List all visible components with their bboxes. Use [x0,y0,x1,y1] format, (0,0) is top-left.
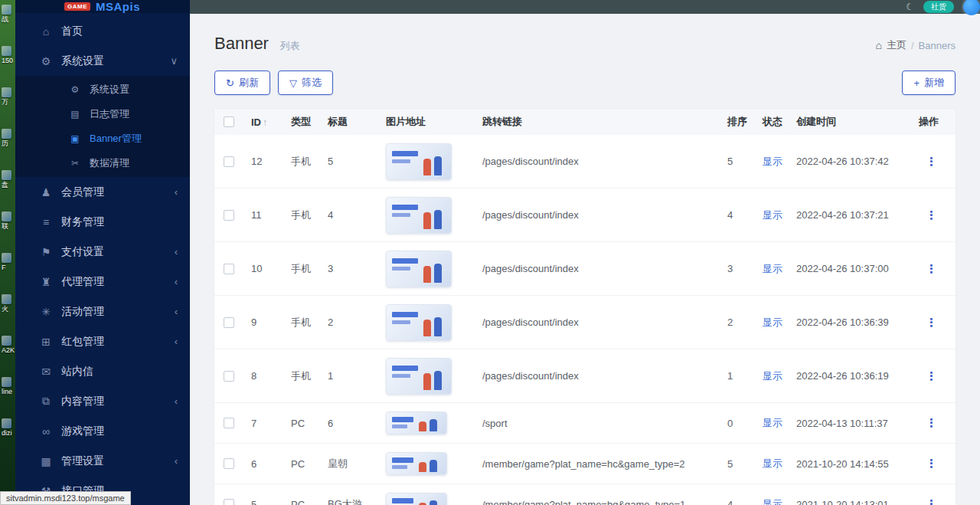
desktop-icon-label[interactable]: 历 [2,129,11,147]
sidebar-item[interactable]: ⚑支付设置‹ [15,237,190,267]
thumbnail-figure-blue [434,264,442,283]
sidebar-item[interactable]: ✳活动管理‹ [15,297,190,326]
cell-order: 4 [727,499,763,505]
sidebar-item[interactable]: ⚙系统设置∨ [15,46,190,76]
banner-thumbnail[interactable] [386,358,452,395]
cell-type: PC [291,458,328,470]
sidebar-subitem[interactable]: ▤日志管理 [15,102,190,126]
logo-badge: GAME [64,2,90,11]
thumbnail-figure-red [419,462,426,472]
row-actions-menu-icon[interactable]: ⋮ [926,457,937,470]
cell-type: 手机 [291,208,328,222]
banner-thumbnail[interactable] [386,197,452,234]
row-checkbox[interactable] [224,210,234,221]
row-actions-menu-icon[interactable]: ⋮ [926,155,937,168]
cell-status[interactable]: 显示 [763,155,796,169]
row-checkbox[interactable] [224,371,234,382]
cell-id: 10 [251,263,291,274]
desktop-icon-label[interactable]: 战 [2,5,11,23]
desktop-icon-label[interactable]: line [2,377,12,395]
plus-icon: + [913,78,920,88]
sidebar-item[interactable]: ▦管理设置‹ [15,446,190,476]
page-content: Banner 列表 ⌂ 主页 / Banners ↻ 刷新 [190,14,980,505]
row-checkbox[interactable] [224,418,234,428]
refresh-button[interactable]: ↻ 刷新 [214,71,270,95]
row-checkbox[interactable] [224,317,234,328]
cell-status[interactable]: 显示 [763,262,796,276]
banner-thumbnail[interactable] [386,493,447,505]
desktop-icon-label[interactable]: 盘 [2,170,11,189]
cell-status[interactable]: 显示 [763,416,796,430]
cell-type: PC [291,418,328,429]
header-created: 创建时间 [796,115,919,129]
sidebar-subitem[interactable]: ▣Banner管理 [15,126,190,151]
add-label: 新增 [924,76,944,90]
row-checkbox[interactable] [224,458,234,469]
desktop-icon-label[interactable]: F [2,253,11,271]
sidebar-item[interactable]: ♜代理管理‹ [15,267,190,297]
banner-thumbnail[interactable] [386,143,452,180]
sidebar-item[interactable]: ≡财务管理 [15,207,190,237]
chevron-icon: ∨ [170,55,178,67]
sidebar-item[interactable]: ⌂首页 [15,16,190,46]
row-actions-menu-icon[interactable]: ⋮ [926,497,937,505]
theme-moon-icon[interactable]: ☾ [906,2,914,11]
cell-status[interactable]: 显示 [763,369,796,383]
sidebar-item-label: 游戏管理 [61,425,104,438]
topbar-badge[interactable]: 社货 [923,1,954,13]
row-actions-menu-icon[interactable]: ⋮ [926,316,937,329]
cell-created: 2021-10-20 14:13:01 [796,499,919,505]
desktop-icon-label[interactable]: 联 [2,212,11,230]
cell-order: 5 [727,156,763,167]
desktop-icon-label[interactable]: 火 [2,294,11,313]
add-button[interactable]: + 新增 [902,71,956,95]
sidebar-item[interactable]: ⊞红包管理‹ [15,326,190,356]
sidebar-subitem-label: 系统设置 [90,83,129,97]
banner-thumbnail[interactable] [386,251,452,287]
breadcrumb-home-link[interactable]: 主页 [887,38,906,52]
user-avatar[interactable] [963,0,980,15]
desktop-icon-label[interactable]: dizi [2,418,12,437]
banner-thumbnail[interactable] [386,452,447,475]
row-actions-menu-icon[interactable]: ⋮ [926,208,937,221]
cell-status[interactable]: 显示 [763,457,796,471]
row-checkbox[interactable] [224,156,234,167]
cell-status[interactable]: 显示 [763,497,796,505]
page-subtitle: 列表 [279,40,299,51]
sidebar-item[interactable]: ✉站内信 [15,356,190,386]
desktop-icon-label[interactable]: 万 [2,87,11,106]
app-logo[interactable]: GAME MSApis [15,0,190,13]
sidebar-subitem[interactable]: ⚙系统设置 [15,77,190,102]
banner-thumbnail[interactable] [386,304,452,341]
sidebar-subitem[interactable]: ✂数据清理 [15,151,190,175]
cell-link: /member/game?plat_name=hc&game_type=2 [482,458,727,470]
cell-title: 2 [328,316,386,328]
row-actions-menu-icon[interactable]: ⋮ [926,416,937,429]
sidebar-item[interactable]: ♟会员管理‹ [15,177,190,207]
desktop-icon-label[interactable]: 150 [2,46,13,64]
row-actions-menu-icon[interactable]: ⋮ [926,262,937,275]
header-type: 类型 [291,115,328,129]
cell-type: 手机 [291,316,328,330]
sidebar-item[interactable]: ∞游戏管理 [15,416,190,446]
cell-created: 2022-04-26 10:36:19 [796,370,919,382]
sidebar-menu: ⌂首页⚙系统设置∨⚙系统设置▤日志管理▣Banner管理✂数据清理♟会员管理‹≡… [15,13,190,505]
cell-type: 手机 [291,155,328,169]
header-id[interactable]: ID↑ [251,116,291,128]
cell-order: 2 [727,316,763,328]
thumbnail-figure-red [419,421,426,431]
row-actions-menu-icon[interactable]: ⋮ [926,369,937,382]
row-checkbox[interactable] [224,499,234,505]
select-all-checkbox[interactable] [224,116,234,127]
row-checkbox[interactable] [224,264,234,274]
banner-thumbnail[interactable] [386,412,447,434]
sidebar-item[interactable]: ⧉内容管理‹ [15,386,190,416]
cell-title: 1 [328,370,386,382]
sidebar-subitem-icon: ✂ [67,158,83,169]
cell-status[interactable]: 显示 [763,208,796,222]
cell-actions: ⋮ [919,497,946,505]
desktop-icon-label[interactable]: A2K [2,336,15,354]
filter-button[interactable]: ▽ 筛选 [278,71,333,95]
cell-status[interactable]: 显示 [763,316,796,330]
cell-title: 3 [328,263,386,274]
